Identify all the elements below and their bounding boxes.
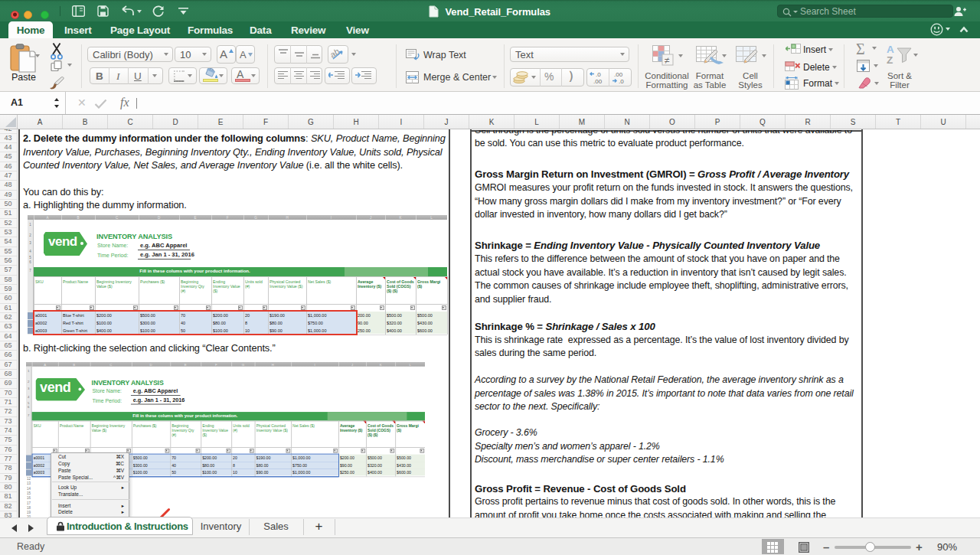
svg-text:.0: .0 [619, 78, 624, 85]
svg-text:.00: .00 [593, 78, 603, 85]
svg-text:≠: ≠ [665, 55, 670, 66]
